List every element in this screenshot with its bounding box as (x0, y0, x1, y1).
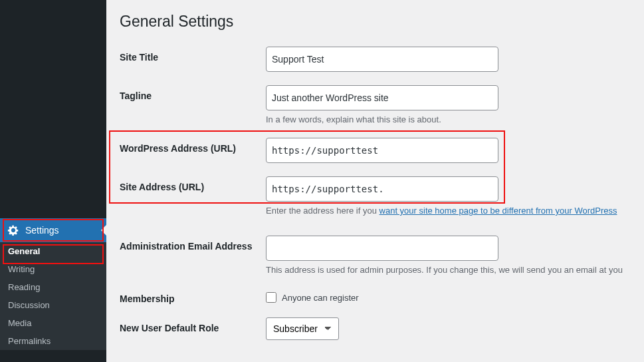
site-title-input[interactable] (266, 47, 498, 72)
label-wp-url: WordPress Address (URL) (120, 138, 266, 154)
sidebar-item-label: Media (8, 318, 31, 328)
default-role-select[interactable]: Subscriber (266, 317, 339, 340)
site-url-help-link[interactable]: want your site home page to be different… (379, 206, 617, 216)
admin-email-input[interactable] (266, 236, 498, 261)
row-tagline: Tagline In a few words, explain what thi… (120, 85, 631, 124)
site-url-description: Enter the address here if you want your … (266, 206, 631, 216)
settings-icon (7, 224, 20, 237)
sidebar-item-label: Discussion (8, 300, 50, 310)
sidebar-item-media[interactable]: Media (0, 314, 106, 332)
site-url-input[interactable] (266, 176, 498, 202)
row-membership: Membership Anyone can register (120, 288, 631, 304)
tagline-input[interactable] (266, 85, 498, 110)
wp-url-input[interactable] (266, 138, 498, 163)
admin-sidebar: Settings General Writing Reading Discuss… (0, 0, 106, 362)
label-site-title: Site Title (120, 47, 266, 63)
sidebar-item-label: Permalinks (8, 336, 51, 346)
label-tagline: Tagline (120, 85, 266, 101)
admin-email-description: This address is used for admin purposes.… (266, 265, 631, 275)
label-membership: Membership (120, 288, 266, 304)
label-default-role: New User Default Role (120, 317, 266, 333)
sidebar-settings-label: Settings (25, 225, 59, 236)
row-default-role: New User Default Role Subscriber (120, 317, 631, 340)
content-area: General Settings Site Title Tagline In a… (106, 0, 644, 362)
desc-text: Enter the address here if you (266, 206, 379, 216)
membership-checkbox-label: Anyone can register (282, 293, 359, 303)
sidebar-item-label: Reading (8, 282, 40, 292)
row-admin-email: Administration Email Address This addres… (120, 236, 631, 275)
sidebar-item-settings[interactable]: Settings (0, 218, 106, 242)
row-site-title: Site Title (120, 47, 631, 72)
row-site-url: Site Address (URL) Enter the address her… (120, 176, 631, 216)
settings-form: Site Title Tagline In a few words, expla… (120, 47, 631, 340)
row-wp-url: WordPress Address (URL) (120, 138, 631, 163)
label-site-url: Site Address (URL) (120, 176, 266, 192)
sidebar-item-label: General (8, 246, 40, 256)
sidebar-item-reading[interactable]: Reading (0, 278, 106, 296)
membership-checkbox[interactable] (266, 292, 276, 303)
sidebar-item-general[interactable]: General (0, 242, 106, 260)
current-arrow-icon (101, 225, 106, 236)
sidebar-item-permalinks[interactable]: Permalinks (0, 332, 106, 350)
tagline-description: In a few words, explain what this site i… (266, 114, 631, 124)
sidebar-item-writing[interactable]: Writing (0, 260, 106, 278)
label-admin-email: Administration Email Address (120, 236, 266, 252)
sidebar-item-label: Writing (8, 264, 35, 274)
page-title: General Settings (120, 7, 631, 33)
sidebar-item-discussion[interactable]: Discussion (0, 296, 106, 314)
